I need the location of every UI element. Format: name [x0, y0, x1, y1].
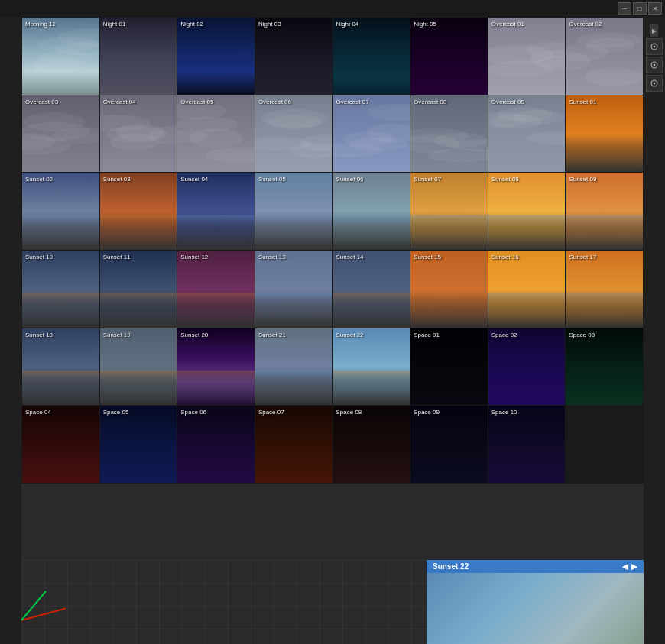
top-bar: ─ □ ✕	[0, 0, 665, 17]
hdri-grid: Morning 12Night 01Night 02Night 03Night …	[21, 17, 644, 484]
thumbnail-sunset-09[interactable]: Sunset 09	[566, 173, 643, 250]
sidebar-camera-icon-1[interactable]	[646, 38, 663, 55]
thumbnail-sunset-04[interactable]: Sunset 04	[177, 173, 255, 250]
thumbnail-sunset-20[interactable]: Sunset 20	[177, 328, 255, 406]
sidebar-expand-arrow[interactable]: ▶	[650, 24, 658, 37]
thumbnail-sunset-14[interactable]: Sunset 14	[333, 251, 410, 328]
thumbnail-night-03[interactable]: Night 03	[255, 18, 332, 95]
thumbnail-space-02[interactable]: Space 02	[488, 328, 566, 406]
preview-label: Sunset 22	[433, 562, 469, 571]
thumbnail-sunset-10[interactable]: Sunset 10	[22, 251, 99, 328]
thumbnail-sunset-03[interactable]: Sunset 03	[100, 173, 177, 250]
close-button[interactable]: ✕	[648, 2, 662, 15]
preview-nav: ◀ ▶	[622, 562, 637, 571]
thumbnail-overcast-06[interactable]: Overcast 06	[255, 95, 332, 173]
preview-panel: Sunset 22 ◀ ▶	[427, 560, 644, 644]
thumbnail-sunset-21[interactable]: Sunset 21	[255, 328, 332, 406]
thumbnail-space-03[interactable]: Space 03	[566, 328, 643, 406]
thumbnail-night-05[interactable]: Night 05	[410, 18, 488, 95]
thumbnail-overcast-08[interactable]: Overcast 08	[410, 95, 488, 173]
thumbnail-sunset-12[interactable]: Sunset 12	[177, 251, 255, 328]
thumbnail-overcast-09[interactable]: Overcast 09	[488, 95, 566, 173]
thumbnail-sunset-19[interactable]: Sunset 19	[100, 328, 177, 406]
thumbnail-overcast-03[interactable]: Overcast 03	[22, 95, 99, 173]
preview-header: Sunset 22 ◀ ▶	[427, 560, 644, 573]
svg-point-1	[654, 46, 656, 48]
thumbnail-space-05[interactable]: Space 05	[100, 406, 177, 483]
thumbnail-sunset-08[interactable]: Sunset 08	[488, 173, 566, 250]
thumbnail-night-02[interactable]: Night 02	[177, 18, 255, 95]
thumbnail-space-09[interactable]: Space 09	[410, 406, 488, 483]
left-sidebar	[0, 17, 21, 644]
thumbnail-morning-12[interactable]: Morning 12	[22, 18, 99, 95]
thumbnail-sunset-22[interactable]: Sunset 22	[333, 328, 410, 406]
thumbnail-sunset-07[interactable]: Sunset 07	[410, 173, 488, 250]
sidebar-camera-icon-2[interactable]	[646, 57, 663, 73]
thumbnail-night-01[interactable]: Night 01	[100, 18, 177, 95]
preview-image	[427, 573, 644, 644]
thumbnail-overcast-04[interactable]: Overcast 04	[100, 95, 177, 173]
hdri-grid-area: Morning 12Night 01Night 02Night 03Night …	[21, 17, 644, 559]
thumbnail-space-10[interactable]: Space 10	[488, 406, 566, 483]
thumbnail-overcast-07[interactable]: Overcast 07	[333, 95, 410, 173]
right-sidebar: ▶	[644, 17, 665, 644]
preview-prev-button[interactable]: ◀	[622, 562, 628, 571]
thumbnail-space-04[interactable]: Space 04	[22, 406, 99, 483]
thumbnail-sunset-06[interactable]: Sunset 06	[333, 173, 410, 250]
thumbnail-sunset-13[interactable]: Sunset 13	[255, 251, 332, 328]
thumbnail-sunset-16[interactable]: Sunset 16	[488, 251, 566, 328]
thumbnail-sunset-11[interactable]: Sunset 11	[100, 251, 177, 328]
thumbnail-space-07[interactable]: Space 07	[255, 406, 332, 483]
sidebar-camera-icon-3[interactable]	[646, 75, 663, 92]
bottom-panel: Sunset 22 ◀ ▶	[21, 560, 644, 644]
viewport-area	[21, 560, 427, 644]
thumbnail-sunset-15[interactable]: Sunset 15	[410, 251, 488, 328]
svg-point-3	[654, 64, 656, 66]
thumbnail-sunset-18[interactable]: Sunset 18	[22, 328, 99, 406]
thumbnail-overcast-02[interactable]: Overcast 02	[566, 18, 643, 95]
thumbnail-sunset-02[interactable]: Sunset 02	[22, 173, 99, 250]
thumbnail-space-01[interactable]: Space 01	[410, 328, 488, 406]
grid-lines	[21, 560, 427, 644]
maximize-button[interactable]: □	[633, 2, 647, 15]
minimize-button[interactable]: ─	[618, 2, 631, 15]
thumbnail-sunset-05[interactable]: Sunset 05	[255, 173, 332, 250]
thumbnail-overcast-01[interactable]: Overcast 01	[488, 18, 566, 95]
axis-red	[21, 608, 66, 621]
thumbnail-sunset-01[interactable]: Sunset 01	[566, 95, 643, 173]
thumbnail-overcast-05[interactable]: Overcast 05	[177, 95, 255, 173]
thumbnail-sunset-17[interactable]: Sunset 17	[566, 251, 643, 328]
svg-point-5	[654, 83, 656, 85]
thumbnail-space-06[interactable]: Space 06	[177, 406, 255, 483]
thumbnail-space-08[interactable]: Space 08	[333, 406, 410, 483]
thumbnail-night-04[interactable]: Night 04	[333, 18, 410, 95]
preview-next-button[interactable]: ▶	[631, 562, 637, 571]
